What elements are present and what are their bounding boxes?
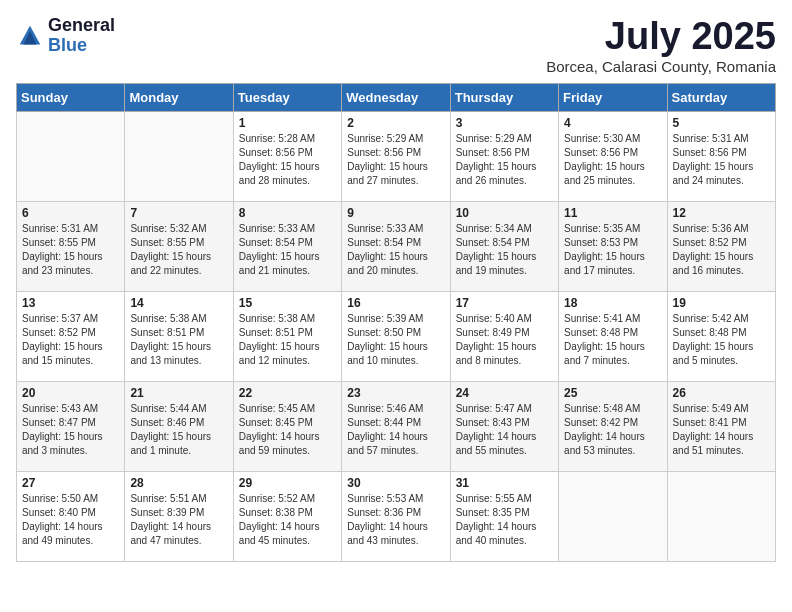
- day-number: 30: [347, 476, 444, 490]
- calendar-cell: 21Sunrise: 5:44 AMSunset: 8:46 PMDayligh…: [125, 381, 233, 471]
- cell-info: Sunrise: 5:52 AMSunset: 8:38 PMDaylight:…: [239, 492, 336, 548]
- day-header-monday: Monday: [125, 83, 233, 111]
- calendar-cell: 15Sunrise: 5:38 AMSunset: 8:51 PMDayligh…: [233, 291, 341, 381]
- day-header-tuesday: Tuesday: [233, 83, 341, 111]
- day-number: 8: [239, 206, 336, 220]
- calendar-cell: 28Sunrise: 5:51 AMSunset: 8:39 PMDayligh…: [125, 471, 233, 561]
- logo-blue: Blue: [48, 36, 115, 56]
- calendar-cell: 25Sunrise: 5:48 AMSunset: 8:42 PMDayligh…: [559, 381, 667, 471]
- calendar-cell: 10Sunrise: 5:34 AMSunset: 8:54 PMDayligh…: [450, 201, 558, 291]
- cell-info: Sunrise: 5:55 AMSunset: 8:35 PMDaylight:…: [456, 492, 553, 548]
- cell-info: Sunrise: 5:46 AMSunset: 8:44 PMDaylight:…: [347, 402, 444, 458]
- cell-info: Sunrise: 5:28 AMSunset: 8:56 PMDaylight:…: [239, 132, 336, 188]
- cell-info: Sunrise: 5:38 AMSunset: 8:51 PMDaylight:…: [130, 312, 227, 368]
- cell-info: Sunrise: 5:30 AMSunset: 8:56 PMDaylight:…: [564, 132, 661, 188]
- day-number: 17: [456, 296, 553, 310]
- cell-info: Sunrise: 5:32 AMSunset: 8:55 PMDaylight:…: [130, 222, 227, 278]
- calendar-cell: 29Sunrise: 5:52 AMSunset: 8:38 PMDayligh…: [233, 471, 341, 561]
- day-number: 26: [673, 386, 770, 400]
- title-block: July 2025 Borcea, Calarasi County, Roman…: [546, 16, 776, 75]
- calendar-cell: 14Sunrise: 5:38 AMSunset: 8:51 PMDayligh…: [125, 291, 233, 381]
- day-number: 13: [22, 296, 119, 310]
- calendar-cell: 9Sunrise: 5:33 AMSunset: 8:54 PMDaylight…: [342, 201, 450, 291]
- cell-info: Sunrise: 5:31 AMSunset: 8:55 PMDaylight:…: [22, 222, 119, 278]
- logo-general: General: [48, 16, 115, 36]
- calendar-cell: 16Sunrise: 5:39 AMSunset: 8:50 PMDayligh…: [342, 291, 450, 381]
- cell-info: Sunrise: 5:36 AMSunset: 8:52 PMDaylight:…: [673, 222, 770, 278]
- calendar-cell: [667, 471, 775, 561]
- logo-text: General Blue: [48, 16, 115, 56]
- cell-info: Sunrise: 5:39 AMSunset: 8:50 PMDaylight:…: [347, 312, 444, 368]
- cell-info: Sunrise: 5:31 AMSunset: 8:56 PMDaylight:…: [673, 132, 770, 188]
- cell-info: Sunrise: 5:38 AMSunset: 8:51 PMDaylight:…: [239, 312, 336, 368]
- day-header-saturday: Saturday: [667, 83, 775, 111]
- calendar-cell: 18Sunrise: 5:41 AMSunset: 8:48 PMDayligh…: [559, 291, 667, 381]
- calendar-week-1: 1Sunrise: 5:28 AMSunset: 8:56 PMDaylight…: [17, 111, 776, 201]
- calendar-cell: 23Sunrise: 5:46 AMSunset: 8:44 PMDayligh…: [342, 381, 450, 471]
- day-number: 12: [673, 206, 770, 220]
- day-number: 18: [564, 296, 661, 310]
- calendar-cell: 3Sunrise: 5:29 AMSunset: 8:56 PMDaylight…: [450, 111, 558, 201]
- day-number: 22: [239, 386, 336, 400]
- day-number: 2: [347, 116, 444, 130]
- day-number: 29: [239, 476, 336, 490]
- calendar-cell: [125, 111, 233, 201]
- calendar-cell: 4Sunrise: 5:30 AMSunset: 8:56 PMDaylight…: [559, 111, 667, 201]
- calendar-cell: 24Sunrise: 5:47 AMSunset: 8:43 PMDayligh…: [450, 381, 558, 471]
- day-number: 4: [564, 116, 661, 130]
- calendar-cell: 2Sunrise: 5:29 AMSunset: 8:56 PMDaylight…: [342, 111, 450, 201]
- logo: General Blue: [16, 16, 115, 56]
- cell-info: Sunrise: 5:37 AMSunset: 8:52 PMDaylight:…: [22, 312, 119, 368]
- cell-info: Sunrise: 5:44 AMSunset: 8:46 PMDaylight:…: [130, 402, 227, 458]
- calendar-cell: 19Sunrise: 5:42 AMSunset: 8:48 PMDayligh…: [667, 291, 775, 381]
- day-number: 3: [456, 116, 553, 130]
- cell-info: Sunrise: 5:29 AMSunset: 8:56 PMDaylight:…: [347, 132, 444, 188]
- day-number: 21: [130, 386, 227, 400]
- cell-info: Sunrise: 5:29 AMSunset: 8:56 PMDaylight:…: [456, 132, 553, 188]
- calendar-cell: 8Sunrise: 5:33 AMSunset: 8:54 PMDaylight…: [233, 201, 341, 291]
- cell-info: Sunrise: 5:53 AMSunset: 8:36 PMDaylight:…: [347, 492, 444, 548]
- day-number: 15: [239, 296, 336, 310]
- calendar-table: SundayMondayTuesdayWednesdayThursdayFrid…: [16, 83, 776, 562]
- calendar-cell: 13Sunrise: 5:37 AMSunset: 8:52 PMDayligh…: [17, 291, 125, 381]
- day-header-wednesday: Wednesday: [342, 83, 450, 111]
- cell-info: Sunrise: 5:43 AMSunset: 8:47 PMDaylight:…: [22, 402, 119, 458]
- header-row: SundayMondayTuesdayWednesdayThursdayFrid…: [17, 83, 776, 111]
- day-number: 19: [673, 296, 770, 310]
- day-header-thursday: Thursday: [450, 83, 558, 111]
- calendar-cell: 30Sunrise: 5:53 AMSunset: 8:36 PMDayligh…: [342, 471, 450, 561]
- cell-info: Sunrise: 5:45 AMSunset: 8:45 PMDaylight:…: [239, 402, 336, 458]
- calendar-cell: 12Sunrise: 5:36 AMSunset: 8:52 PMDayligh…: [667, 201, 775, 291]
- day-number: 20: [22, 386, 119, 400]
- cell-info: Sunrise: 5:47 AMSunset: 8:43 PMDaylight:…: [456, 402, 553, 458]
- day-number: 9: [347, 206, 444, 220]
- day-number: 14: [130, 296, 227, 310]
- day-header-sunday: Sunday: [17, 83, 125, 111]
- calendar-cell: 17Sunrise: 5:40 AMSunset: 8:49 PMDayligh…: [450, 291, 558, 381]
- day-number: 28: [130, 476, 227, 490]
- calendar-week-2: 6Sunrise: 5:31 AMSunset: 8:55 PMDaylight…: [17, 201, 776, 291]
- cell-info: Sunrise: 5:50 AMSunset: 8:40 PMDaylight:…: [22, 492, 119, 548]
- calendar-cell: 5Sunrise: 5:31 AMSunset: 8:56 PMDaylight…: [667, 111, 775, 201]
- logo-icon: [16, 22, 44, 50]
- cell-info: Sunrise: 5:51 AMSunset: 8:39 PMDaylight:…: [130, 492, 227, 548]
- calendar-cell: 31Sunrise: 5:55 AMSunset: 8:35 PMDayligh…: [450, 471, 558, 561]
- day-number: 23: [347, 386, 444, 400]
- cell-info: Sunrise: 5:40 AMSunset: 8:49 PMDaylight:…: [456, 312, 553, 368]
- day-number: 6: [22, 206, 119, 220]
- calendar-cell: 20Sunrise: 5:43 AMSunset: 8:47 PMDayligh…: [17, 381, 125, 471]
- page-header: General Blue July 2025 Borcea, Calarasi …: [16, 16, 776, 75]
- cell-info: Sunrise: 5:33 AMSunset: 8:54 PMDaylight:…: [347, 222, 444, 278]
- day-number: 24: [456, 386, 553, 400]
- day-number: 31: [456, 476, 553, 490]
- day-number: 11: [564, 206, 661, 220]
- calendar-cell: 7Sunrise: 5:32 AMSunset: 8:55 PMDaylight…: [125, 201, 233, 291]
- calendar-week-3: 13Sunrise: 5:37 AMSunset: 8:52 PMDayligh…: [17, 291, 776, 381]
- cell-info: Sunrise: 5:48 AMSunset: 8:42 PMDaylight:…: [564, 402, 661, 458]
- calendar-week-4: 20Sunrise: 5:43 AMSunset: 8:47 PMDayligh…: [17, 381, 776, 471]
- calendar-cell: 1Sunrise: 5:28 AMSunset: 8:56 PMDaylight…: [233, 111, 341, 201]
- calendar-cell: 22Sunrise: 5:45 AMSunset: 8:45 PMDayligh…: [233, 381, 341, 471]
- cell-info: Sunrise: 5:33 AMSunset: 8:54 PMDaylight:…: [239, 222, 336, 278]
- cell-info: Sunrise: 5:42 AMSunset: 8:48 PMDaylight:…: [673, 312, 770, 368]
- calendar-cell: 27Sunrise: 5:50 AMSunset: 8:40 PMDayligh…: [17, 471, 125, 561]
